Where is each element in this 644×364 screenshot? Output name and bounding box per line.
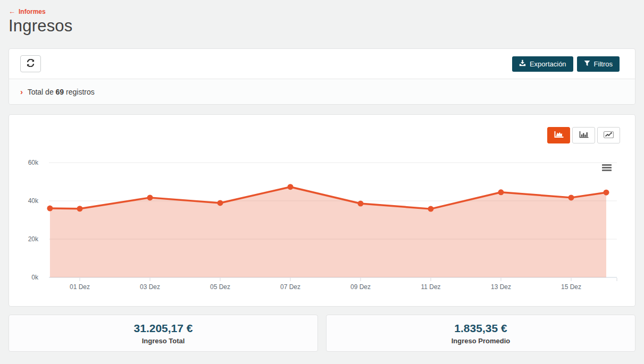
total-records-row: › Total de 69 registros xyxy=(9,79,635,104)
total-suffix: registros xyxy=(66,88,95,96)
back-arrow-icon: ← xyxy=(9,8,15,15)
chart-type-line-button[interactable] xyxy=(597,127,620,143)
chart-type-toggle-group xyxy=(9,127,635,143)
svg-text:13 Dez: 13 Dez xyxy=(491,283,511,291)
svg-text:20k: 20k xyxy=(28,235,39,243)
chevron-right-icon: › xyxy=(20,87,23,96)
summary-card-total: 31.205,17 € Ingreso Total xyxy=(9,315,318,352)
total-revenue-label: Ingreso Total xyxy=(9,337,317,345)
line-chart-icon xyxy=(603,131,614,140)
svg-text:11 Dez: 11 Dez xyxy=(421,283,440,291)
chart-card: 0k20k40k60k01 Dez03 Dez05 Dez07 Dez09 De… xyxy=(9,114,635,307)
svg-text:0k: 0k xyxy=(31,274,39,281)
breadcrumb-label: Informes xyxy=(19,8,46,15)
refresh-button[interactable] xyxy=(20,55,41,72)
svg-text:40k: 40k xyxy=(28,197,39,205)
revenue-chart: 0k20k40k60k01 Dez03 Dez05 Dez07 Dez09 De… xyxy=(9,146,635,301)
filters-button-label: Filtros xyxy=(594,60,613,68)
total-count: 69 xyxy=(56,88,64,96)
filters-button[interactable]: Filtros xyxy=(577,56,620,72)
page-title: Ingresos xyxy=(9,16,635,36)
svg-text:03 Dez: 03 Dez xyxy=(140,283,160,291)
chart-type-bar-button[interactable] xyxy=(572,127,595,143)
svg-text:09 Dez: 09 Dez xyxy=(350,283,371,291)
refresh-icon xyxy=(27,59,35,69)
svg-text:01 Dez: 01 Dez xyxy=(70,283,90,291)
export-button[interactable]: Exportación xyxy=(512,56,573,72)
chart-type-area-button[interactable] xyxy=(547,127,570,143)
summary-row: 31.205,17 € Ingreso Total 1.835,35 € Ing… xyxy=(9,315,635,352)
total-prefix: Total de xyxy=(28,88,54,96)
svg-text:60k: 60k xyxy=(28,159,39,166)
svg-text:15 Dez: 15 Dez xyxy=(561,283,581,291)
bar-chart-icon xyxy=(578,131,589,140)
summary-card-average: 1.835,35 € Ingreso Promedio xyxy=(326,315,635,352)
chart-menu-icon[interactable] xyxy=(602,164,612,172)
average-revenue-label: Ingreso Promedio xyxy=(327,337,635,345)
export-button-label: Exportación xyxy=(530,60,566,68)
toolbar-row: Exportación Filtros xyxy=(9,49,635,79)
filter-icon xyxy=(584,60,590,68)
svg-text:07 Dez: 07 Dez xyxy=(280,283,300,291)
ingresos-page: ← Informes Ingresos xyxy=(0,0,644,352)
area-chart-canvas: 0k20k40k60k01 Dez03 Dez05 Dez07 Dez09 De… xyxy=(13,146,631,301)
download-icon xyxy=(519,60,526,68)
area-chart-icon xyxy=(553,131,564,140)
average-revenue-value: 1.835,35 € xyxy=(327,322,635,335)
breadcrumb-informes[interactable]: ← Informes xyxy=(9,8,46,15)
toolbar-card: Exportación Filtros › Total de 69 regist… xyxy=(9,48,635,105)
svg-text:05 Dez: 05 Dez xyxy=(210,283,230,291)
total-revenue-value: 31.205,17 € xyxy=(9,322,317,335)
